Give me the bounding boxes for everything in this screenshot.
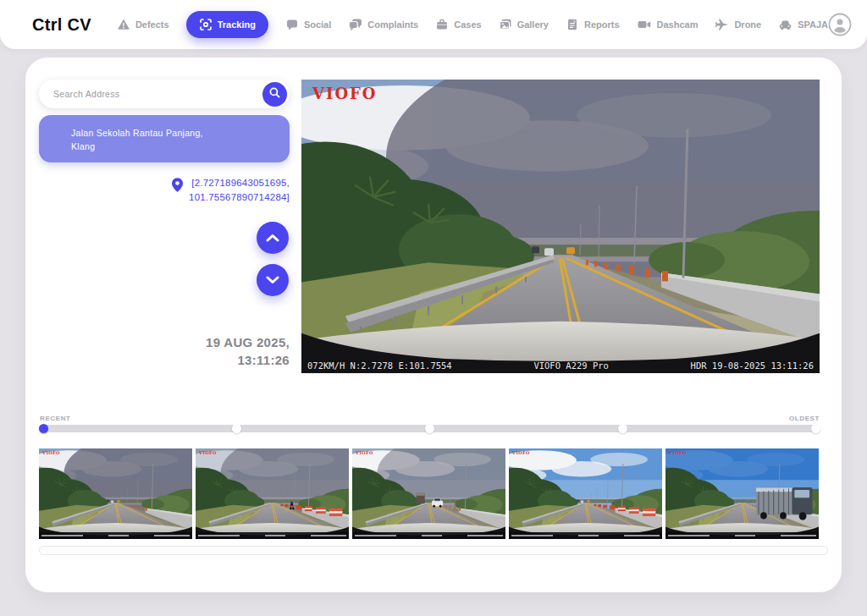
overlay-camera-model: VIOFO A229 Pro: [533, 360, 609, 371]
nav-item-label: SPAJA: [798, 19, 828, 30]
timeline-dot[interactable]: [811, 424, 820, 433]
nav-item-defects[interactable]: Defects: [117, 18, 169, 31]
viofo-logo: VIOFO: [669, 450, 687, 455]
timeline-recent-label: RECENT: [40, 415, 71, 422]
viofo-logo: VIOFO: [312, 85, 378, 102]
dashcam-thumbnail-4[interactable]: VIOFO: [509, 448, 662, 539]
timeline-dot[interactable]: [425, 424, 434, 433]
document-icon: [566, 18, 579, 31]
address-line-2: Klang: [71, 140, 278, 153]
nav-item-label: Defects: [135, 19, 169, 30]
dashcam-main-image: VIOFO 072KM/H N:2.7278 E:101.7554 VIOFO …: [301, 80, 820, 373]
next-frame-button[interactable]: [257, 264, 289, 296]
nav-item-drone[interactable]: Drone: [715, 18, 761, 31]
main-nav: Defects Tracking Social Complaints Cases…: [117, 11, 828, 38]
tracking-focus-icon: [199, 18, 213, 31]
user-avatar-icon[interactable]: [828, 13, 852, 36]
app-logo[interactable]: Ctrl CV: [32, 15, 91, 35]
thumbnail-scrollbar[interactable]: [39, 546, 828, 555]
timeline-dot[interactable]: [232, 424, 241, 433]
tracking-panel: Jalan Sekolah Rantau Panjang, Klang [2.7…: [25, 58, 842, 592]
capture-date: 19 AUG 2025,: [39, 333, 290, 351]
timeline-dot-active[interactable]: [39, 424, 48, 433]
coordinates-value: [2.727189643051695, 101.75567890714284]: [189, 176, 290, 205]
timeline-oldest-label: OLDEST: [789, 415, 820, 422]
address-line-1: Jalan Sekolah Rantau Panjang,: [71, 126, 278, 140]
viofo-logo: VIOFO: [356, 450, 373, 455]
nav-item-dashcam[interactable]: Dashcam: [637, 18, 699, 31]
previous-frame-button[interactable]: [257, 222, 289, 254]
nav-item-spaja[interactable]: SPAJA: [778, 18, 828, 31]
thumbnail-overlay-bar: [196, 532, 349, 539]
search-icon: [268, 86, 281, 102]
nav-item-label: Drone: [734, 19, 761, 30]
address-search: [39, 80, 290, 108]
nav-item-cases[interactable]: Cases: [435, 18, 481, 31]
overlay-speed-gps: 072KM/H N:2.7278 E:101.7554: [307, 360, 452, 371]
dashcam-overlay-bar: 072KM/H N:2.7278 E:101.7554 VIOFO A229 P…: [301, 360, 820, 371]
nav-item-label: Tracking: [218, 19, 256, 30]
photo-gallery-icon: [499, 18, 512, 31]
nav-item-label: Social: [304, 19, 331, 30]
nav-item-complaints[interactable]: Complaints: [348, 18, 418, 31]
dashcam-thumbnail-1[interactable]: VIOFO: [39, 448, 192, 539]
map-pin-icon: [172, 176, 183, 205]
address-result-card[interactable]: Jalan Sekolah Rantau Panjang, Klang: [39, 115, 290, 162]
chat-bubble-icon: [285, 18, 299, 31]
airplane-icon: [715, 18, 729, 31]
warning-triangle-icon: [117, 18, 130, 31]
top-navbar: Ctrl CV Defects Tracking Social Complain…: [0, 0, 867, 49]
nav-item-label: Complaints: [367, 19, 418, 30]
coordinates-row: [2.727189643051695, 101.75567890714284]: [39, 176, 290, 205]
car-icon: [778, 18, 792, 31]
nav-item-gallery[interactable]: Gallery: [499, 18, 549, 31]
chevron-down-icon: [266, 274, 279, 287]
video-camera-icon: [637, 18, 652, 31]
chevron-up-icon: [266, 232, 279, 245]
thumbnail-overlay-bar: [352, 532, 505, 539]
viofo-logo: VIOFO: [199, 450, 217, 455]
briefcase-icon: [435, 18, 449, 31]
overlay-timestamp: HDR 19-08-2025 13:11:26: [691, 360, 814, 371]
dashcam-thumbnail-3[interactable]: VIOFO: [352, 448, 505, 539]
dashcam-thumbnail-2[interactable]: VIOFO: [196, 448, 349, 539]
capture-datetime: 19 AUG 2025, 13:11:26: [39, 333, 290, 369]
nav-item-tracking[interactable]: Tracking: [186, 11, 268, 38]
dashcam-thumbnail-5[interactable]: VIOFO: [665, 448, 819, 539]
thumbnail-strip: VIOFO VIOFO VIOFO VIOFO VIOFO: [39, 448, 819, 539]
thumbnail-overlay-bar: [665, 532, 819, 539]
search-button[interactable]: [262, 82, 287, 107]
viofo-logo: VIOFO: [512, 450, 530, 455]
nav-item-label: Dashcam: [657, 19, 699, 30]
nav-item-label: Gallery: [517, 19, 549, 30]
nav-item-reports[interactable]: Reports: [566, 18, 620, 31]
thumbnail-overlay-bar: [39, 532, 192, 539]
viofo-logo: VIOFO: [42, 450, 60, 455]
nav-item-label: Cases: [454, 19, 481, 30]
double-chat-bubble-icon: [348, 18, 362, 31]
thumbnail-overlay-bar: [509, 532, 662, 539]
nav-item-label: Reports: [584, 19, 620, 30]
nav-item-social[interactable]: Social: [285, 18, 331, 31]
timeline-dot[interactable]: [618, 424, 627, 433]
capture-time: 13:11:26: [39, 351, 290, 369]
search-input[interactable]: [39, 89, 262, 99]
